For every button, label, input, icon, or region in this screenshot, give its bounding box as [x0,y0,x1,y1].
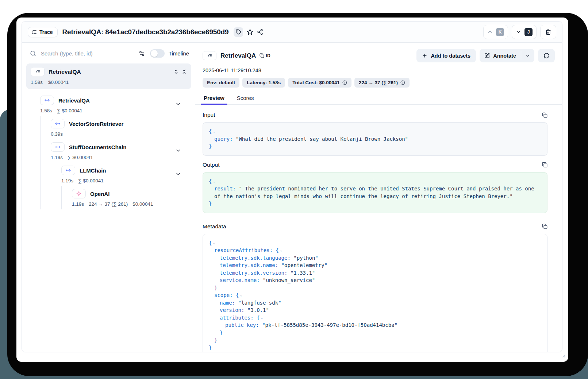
node-latency: 0.39s [51,131,63,137]
tab-preview[interactable]: Preview [203,93,225,104]
star-icon [247,29,253,35]
tag-button[interactable] [234,27,243,37]
metadata-json: {⌄resourceAttributes: {⌄telemetry.sdk.la… [203,234,547,352]
trace-tree-panel: Timeline RetrievalQA [22,43,195,352]
timeline-label: Timeline [169,50,189,57]
resize-handle-icon[interactable] [561,353,565,357]
node-label: OpenAI [90,191,109,197]
tree-node-openai[interactable]: OpenAI 1.19s 224 → 37 (∑ 261) $0.00041 [26,188,191,212]
selected-cost: $0.00041 [48,80,69,85]
metadata-title: Metadata [203,223,226,230]
search-input[interactable] [40,50,137,57]
chevron-down-icon [516,29,521,35]
previous-trace-button[interactable]: K [483,25,508,39]
pen-square-icon [484,53,490,58]
chevron-up-icon [487,29,493,35]
input-json: {⌄query: "What did the president say abo… [203,122,547,156]
input-section-header: Input [203,112,547,118]
chevron-down-icon[interactable] [175,148,181,154]
annotate-label: Annotate [493,53,516,59]
tree-node-vectorstoreretriever[interactable]: VectorStoreRetriever 0.39s [26,118,191,142]
next-trace-button[interactable]: J [512,25,537,39]
node-total-cost: ∑ $0.00041 [57,108,82,113]
tab-scores[interactable]: Scores [237,93,254,104]
message-bubble-icon [543,53,550,59]
trace-pill-label: Trace [39,29,53,35]
node-label: StuffDocumentsChain [69,144,127,150]
trace-badge [31,67,45,76]
node-label: LLMChain [80,167,106,174]
plus-icon [422,53,427,58]
trace-title: RetrievalQA: 84e1ac07dedbce3b2a236b6ece6… [62,28,229,36]
selected-trace-row[interactable]: RetrievalQA 1.58s $0.00041 [26,63,191,89]
trace-type-pill: Trace [28,27,58,37]
delete-trace-button[interactable] [540,25,556,39]
tree-node-retrievalqa[interactable]: RetrievalQA 1.58s ∑ $0.00041 [26,95,191,118]
input-title: Input [203,112,215,118]
favorite-button[interactable] [247,29,253,35]
node-tokens: 224 → 37 (∑ 261) [89,201,128,207]
trash-icon [545,29,551,35]
app-header: Trace RetrievalQA: 84e1ac07dedbce3b2a236… [22,22,562,43]
chevron-down-icon[interactable] [175,171,181,177]
list-tree-icon [31,29,37,35]
comments-button[interactable] [538,49,555,62]
annotate-split-button: Annotate [480,49,534,62]
detail-title: RetrievalQA [220,52,256,59]
toggle-knob [151,50,158,57]
node-total-cost: ∑ $0.00041 [68,155,93,160]
tree-node-stuffdocumentschain[interactable]: StuffDocumentsChain 1.19s ∑ $0.00041 [26,142,191,165]
total-cost-badge: Total Cost: $0.00041 [288,78,351,88]
copy-icon[interactable] [542,162,547,167]
env-badge: Env: default [203,78,239,88]
copy-icon[interactable] [542,224,547,229]
generation-type-icon [72,189,86,198]
span-type-icon [61,166,75,175]
share-icon [257,29,263,35]
span-type-icon [40,96,54,105]
add-to-datasets-label: Add to datasets [431,53,470,59]
add-to-datasets-button[interactable]: Add to datasets [416,49,476,62]
latency-badge: Latency: 1.58s [242,78,285,88]
output-json: {⌄result: " The president nominated her … [203,172,547,213]
node-label: VectorStoreRetriever [69,121,123,127]
info-icon[interactable] [342,80,347,85]
id-label: ID [266,53,270,58]
detail-tabs: Preview Scores [195,93,562,105]
filter-settings-icon[interactable] [139,50,145,57]
tag-icon [236,29,241,35]
node-latency: 1.19s [61,178,73,183]
selected-trace-name: RetrievalQA [49,69,81,75]
chevron-down-icon[interactable] [175,101,181,107]
preview-scroll-area[interactable]: Input {⌄query: "What did the president s… [195,105,562,352]
output-section-header: Output [203,162,547,168]
selected-latency: 1.58s [31,80,43,85]
expand-all-icon[interactable] [173,69,179,74]
annotate-menu-button[interactable] [521,49,534,62]
trace-badges: Env: default Latency: 1.58s Total Cost: … [203,78,555,88]
span-type-icon [51,119,65,128]
app-card: Trace RetrievalQA: 84e1ac07dedbce3b2a236… [22,21,562,352]
span-type-icon [51,142,65,152]
token-usage-badge: 224 → 37 (∑ 261) [354,78,410,88]
shortcut-key-j: J [524,28,533,36]
copy-icon[interactable] [542,112,547,118]
app-window: Trace RetrievalQA: 84e1ac07dedbce3b2a236… [16,18,568,362]
node-cost: $0.00041 [132,201,153,207]
collapse-all-icon[interactable] [181,69,187,74]
shortcut-key-k: K [496,28,504,36]
timeline-toggle[interactable] [150,49,165,58]
info-icon[interactable] [400,80,405,85]
observation-tree: RetrievalQA 1.58s ∑ $0.00041 [26,92,191,215]
search-row: Timeline [26,47,191,63]
node-label: RetrievalQA [58,97,90,104]
tree-node-llmchain[interactable]: LLMChain 1.19s ∑ $0.00041 [26,165,191,188]
annotate-button[interactable]: Annotate [480,49,521,62]
output-title: Output [203,162,220,168]
share-button[interactable] [257,29,263,35]
node-latency: 1.19s [72,201,84,207]
copy-id-button[interactable] [260,53,264,58]
trace-timestamp: 2025-06-11 11:29:10.248 [203,67,555,73]
node-total-cost: ∑ $0.00041 [78,178,104,183]
search-icon [30,50,36,57]
